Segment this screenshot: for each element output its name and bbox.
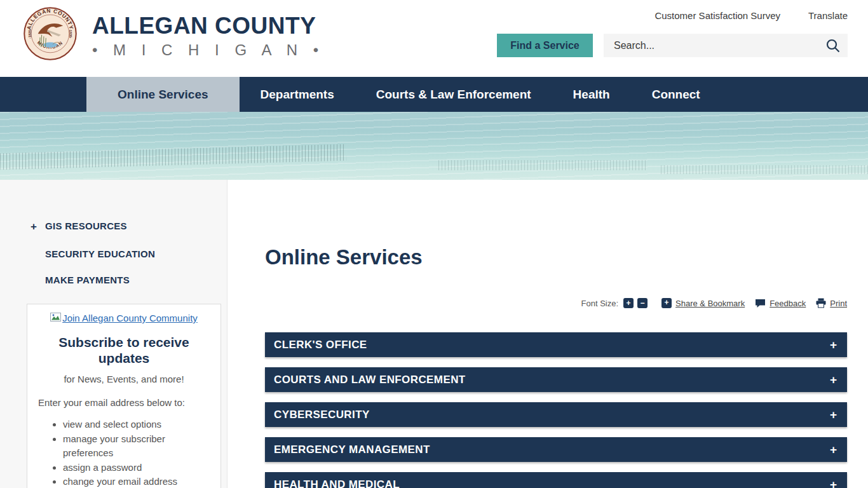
beach-fence-decoration (661, 165, 868, 174)
search-icon[interactable] (825, 37, 841, 57)
seal-text-1835-right: ·1835· (69, 29, 72, 39)
feedback-link[interactable]: Feedback (770, 299, 806, 308)
nav-item-health[interactable]: Health (552, 77, 631, 112)
beach-fence-decoration (0, 144, 346, 170)
sidebar-navigation: + GIS RESOURCES SECURITY EDUCATION MAKE … (0, 180, 227, 285)
accordion-title: EMERGENCY MANAGEMENT (274, 444, 430, 456)
accordion-title: CYBERSECURITY (274, 409, 370, 421)
search-input[interactable] (604, 34, 848, 57)
list-item: change your email address (63, 475, 212, 488)
accordion-title: HEALTH AND MEDICAL (274, 478, 400, 488)
hero-beach-image (0, 112, 868, 180)
nav-item-online-services[interactable]: Online Services (86, 77, 240, 112)
page-content: + GIS RESOURCES SECURITY EDUCATION MAKE … (0, 180, 868, 488)
list-item: manage your subscriber preferences (63, 432, 212, 460)
accordion-courts-and-law-enforcement[interactable]: COURTS AND LAW ENFORCEMENT + (265, 367, 847, 392)
font-size-decrease-button[interactable]: − (637, 298, 648, 308)
sidebar-item-label: SECURITY EDUCATION (45, 248, 155, 259)
sidebar-item-make-payments[interactable]: MAKE PAYMENTS (31, 274, 227, 285)
share-bookmark-group[interactable]: + Share & Bookmark (661, 298, 745, 308)
services-accordion-list: CLERK'S OFFICE + COURTS AND LAW ENFORCEM… (265, 332, 847, 488)
accordion-cybersecurity[interactable]: CYBERSECURITY + (265, 402, 847, 427)
sidebar-item-gis-resources[interactable]: + GIS RESOURCES (31, 220, 227, 233)
list-item: view and select options (63, 417, 212, 431)
join-community-link[interactable]: Join Allegan County Community (62, 313, 198, 323)
page-title: Online Services (265, 245, 423, 269)
font-size-label: Font Size: (581, 299, 619, 308)
sidebar-item-label: GIS RESOURCES (45, 220, 127, 231)
accordion-clerks-office[interactable]: CLERK'S OFFICE + (265, 332, 847, 357)
seal-text-1835-left: ·1835· (28, 29, 32, 39)
nav-item-departments[interactable]: Departments (240, 77, 355, 112)
printer-icon (816, 298, 826, 308)
feedback-bubble-icon (755, 299, 766, 308)
accordion-emergency-management[interactable]: EMERGENCY MANAGEMENT + (265, 437, 847, 462)
broken-image-icon (50, 313, 61, 323)
subscribe-intro: Enter your email address below to: (36, 397, 212, 408)
utility-links: Customer Satisfaction Survey Translate (654, 10, 848, 21)
print-group[interactable]: Print (816, 298, 847, 308)
site-subtitle: • M I C H I G A N • (92, 41, 324, 59)
translate-link[interactable]: Translate (808, 10, 848, 21)
site-title: ALLEGAN COUNTY (92, 14, 324, 39)
feedback-group[interactable]: Feedback (755, 299, 806, 308)
site-header: ALLEGAN COUNTY MICHIGAN ·1835· ·1835· AL… (0, 0, 868, 77)
expand-plus-icon[interactable]: + (31, 220, 45, 233)
main-content: Online Services Font Size: + − + Share &… (227, 180, 868, 488)
accordion-expand-icon[interactable]: + (830, 444, 837, 456)
customer-satisfaction-survey-link[interactable]: Customer Satisfaction Survey (654, 10, 780, 21)
font-size-increase-button[interactable]: + (623, 298, 634, 308)
left-sidebar: + GIS RESOURCES SECURITY EDUCATION MAKE … (0, 180, 227, 488)
nav-item-connect[interactable]: Connect (631, 77, 721, 112)
find-a-service-button[interactable]: Find a Service (497, 34, 593, 57)
share-bookmark-link[interactable]: Share & Bookmark (675, 299, 745, 308)
accordion-expand-icon[interactable]: + (830, 478, 837, 488)
subscribe-subtitle: for News, Events, and more! (36, 374, 212, 384)
sidebar-item-security-education[interactable]: SECURITY EDUCATION (31, 248, 227, 259)
accordion-health-and-medical[interactable]: HEALTH AND MEDICAL + (265, 472, 847, 488)
join-community-row: Join Allegan County Community (36, 313, 212, 323)
share-plus-icon: + (661, 298, 672, 308)
accordion-expand-icon[interactable]: + (830, 339, 837, 351)
subscribe-title: Subscribe to receive updates (40, 334, 208, 366)
main-navigation: Online Services Departments Courts & Law… (0, 77, 868, 112)
site-brand[interactable]: ALLEGAN COUNTY • M I C H I G A N • (92, 14, 324, 59)
accordion-title: COURTS AND LAW ENFORCEMENT (274, 374, 466, 386)
sidebar-item-label: MAKE PAYMENTS (45, 274, 130, 285)
subscribe-widget: Join Allegan County Community Subscribe … (27, 304, 221, 488)
site-search (604, 34, 848, 57)
subscribe-benefits-list: view and select options manage your subs… (36, 417, 212, 488)
county-seal-logo[interactable]: ALLEGAN COUNTY MICHIGAN ·1835· ·1835· (24, 7, 77, 60)
page-toolbar: Font Size: + − + Share & Bookmark Feedba… (581, 298, 847, 308)
nav-item-courts-law-enforcement[interactable]: Courts & Law Enforcement (355, 77, 552, 112)
beach-fence-decoration (438, 160, 648, 170)
print-link[interactable]: Print (830, 299, 847, 308)
accordion-title: CLERK'S OFFICE (274, 339, 367, 351)
accordion-expand-icon[interactable]: + (830, 374, 837, 386)
accordion-expand-icon[interactable]: + (830, 409, 837, 421)
list-item: assign a password (63, 461, 212, 475)
